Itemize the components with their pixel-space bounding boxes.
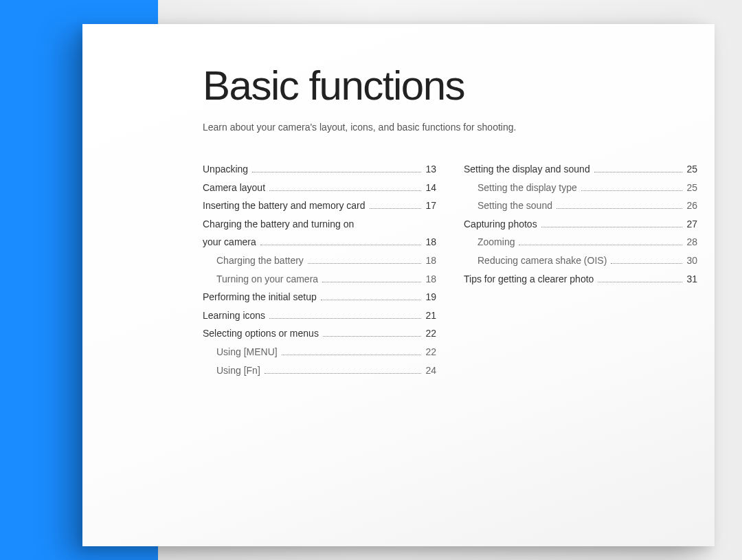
toc-entry-label: Charging the battery and turning on [203, 215, 354, 234]
toc-page-number: 21 [425, 306, 436, 325]
toc-entry[interactable]: Using [MENU]22 [203, 343, 436, 361]
toc-entry-label: Capturing photos [464, 215, 537, 234]
toc-entry-label: Zooming [477, 233, 515, 251]
toc-column-left: Unpacking13Camera layout14Inserting the … [203, 160, 436, 379]
toc-entry[interactable]: Reducing camera shake (OIS)30 [464, 251, 697, 270]
toc-entry[interactable]: Selecting options or menus22 [203, 324, 436, 343]
toc-entry-label: Setting the display type [477, 179, 577, 197]
toc-entry-label: Turning on your camera [216, 270, 318, 289]
toc-dots [308, 263, 422, 264]
toc-dots [252, 172, 421, 172]
toc-page-number: 22 [425, 343, 436, 361]
toc-entry[interactable]: Using [Fn]24 [203, 361, 436, 380]
toc-entry-label: Unpacking [203, 160, 248, 179]
toc-page-number: 19 [425, 288, 436, 306]
toc-page-number: 28 [686, 233, 697, 251]
toc-page-number: 13 [425, 160, 436, 179]
toc-dots [269, 190, 421, 191]
toc-entry-label: Charging the battery [216, 251, 304, 270]
toc-entry-label: Performing the initial setup [203, 288, 317, 306]
toc-entry-label: Learning icons [203, 306, 265, 325]
toc-dots [323, 336, 422, 337]
toc-dots [260, 245, 422, 245]
toc-entry[interactable]: Inserting the battery and memory card17 [203, 197, 436, 215]
toc-page-number: 25 [686, 179, 697, 197]
toc-page-number: 18 [425, 233, 436, 251]
toc-dots [321, 300, 422, 300]
toc-entry[interactable]: Setting the display and sound25 [464, 160, 697, 179]
toc-dots [541, 227, 683, 227]
page-subtitle: Learn about your camera's layout, icons,… [203, 122, 715, 133]
toc-dots [265, 373, 422, 374]
toc-page-number: 17 [425, 197, 436, 215]
toc-page-number: 22 [425, 324, 436, 343]
page-content: Basic functions Learn about your camera'… [82, 24, 715, 379]
toc-entry[interactable]: Performing the initial setup19 [203, 288, 436, 306]
toc-dots [594, 172, 683, 172]
toc-dots [370, 208, 422, 209]
toc-entry[interactable]: Charging the battery and turning on [203, 215, 436, 234]
toc-entry-label: Using [MENU] [216, 343, 278, 361]
toc-dots [598, 282, 682, 282]
toc-entry-label: Camera layout [203, 179, 265, 197]
toc-entry[interactable]: Setting the sound26 [464, 197, 697, 215]
toc-dots [611, 263, 682, 264]
toc-columns: Unpacking13Camera layout14Inserting the … [203, 160, 715, 379]
toc-dots [581, 190, 683, 191]
toc-entry[interactable]: Camera layout14 [203, 179, 436, 197]
toc-dots [322, 282, 421, 282]
toc-entry-label: your camera [203, 233, 256, 251]
toc-page-number: 14 [425, 179, 436, 197]
toc-entry[interactable]: Capturing photos27 [464, 215, 697, 234]
document-page: Basic functions Learn about your camera'… [82, 24, 715, 546]
toc-entry[interactable]: Turning on your camera18 [203, 270, 436, 289]
toc-entry[interactable]: your camera18 [203, 233, 436, 251]
toc-dots [519, 245, 682, 245]
page-title: Basic functions [203, 62, 715, 109]
toc-entry-label: Using [Fn] [216, 361, 260, 380]
toc-entry-label: Tips for getting a clearer photo [464, 270, 594, 289]
toc-entry[interactable]: Charging the battery18 [203, 251, 436, 270]
toc-page-number: 27 [686, 215, 697, 234]
toc-page-number: 30 [686, 251, 697, 270]
toc-entry[interactable]: Zooming28 [464, 233, 697, 251]
toc-entry-label: Reducing camera shake (OIS) [477, 251, 607, 270]
toc-entry[interactable]: Tips for getting a clearer photo31 [464, 270, 697, 289]
toc-page-number: 24 [425, 361, 436, 380]
toc-entry-label: Setting the display and sound [464, 160, 590, 179]
toc-column-right: Setting the display and sound25Setting t… [464, 160, 697, 379]
toc-page-number: 25 [686, 160, 697, 179]
toc-entry-label: Inserting the battery and memory card [203, 197, 366, 215]
toc-page-number: 18 [425, 251, 436, 270]
toc-dots [556, 208, 682, 209]
toc-dots [269, 318, 421, 319]
toc-page-number: 18 [425, 270, 436, 289]
toc-entry-label: Setting the sound [477, 197, 552, 215]
toc-dots [282, 355, 422, 355]
toc-entry[interactable]: Unpacking13 [203, 160, 436, 179]
toc-page-number: 26 [686, 197, 697, 215]
toc-page-number: 31 [686, 270, 697, 289]
toc-entry-label: Selecting options or menus [203, 324, 319, 343]
toc-entry[interactable]: Setting the display type25 [464, 179, 697, 197]
toc-entry[interactable]: Learning icons21 [203, 306, 436, 325]
